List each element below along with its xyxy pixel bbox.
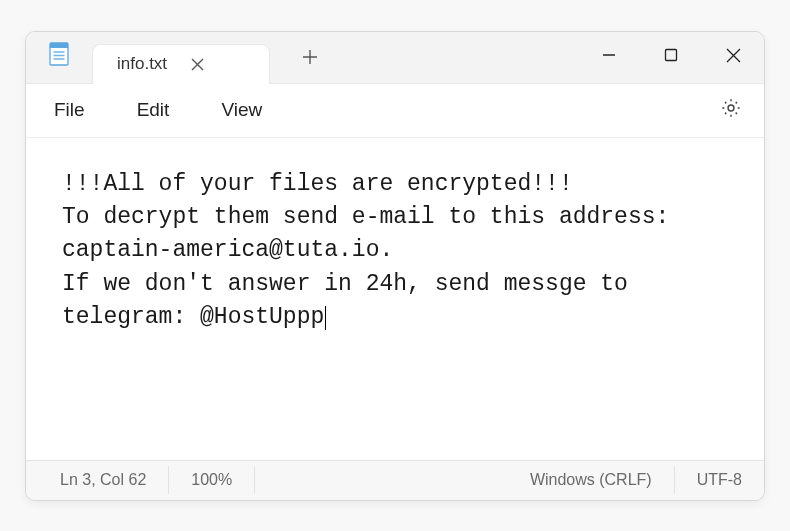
menubar: File Edit View [26, 84, 764, 138]
text-editor-area[interactable]: !!!All of your files are encrypted!!! To… [26, 138, 764, 460]
titlebar-spacer [332, 32, 578, 83]
svg-rect-1 [50, 43, 68, 48]
menu-file[interactable]: File [54, 99, 85, 121]
tab-title: info.txt [117, 54, 167, 74]
new-tab-button[interactable] [288, 32, 332, 83]
svg-rect-6 [666, 50, 677, 61]
svg-point-7 [728, 105, 734, 111]
window-close-button[interactable] [702, 32, 764, 83]
document-text: !!!All of your files are encrypted!!! To… [62, 171, 683, 330]
notepad-icon [46, 41, 72, 71]
status-zoom[interactable]: 100% [169, 466, 255, 494]
minimize-button[interactable] [578, 32, 640, 83]
maximize-button[interactable] [640, 32, 702, 83]
text-caret [325, 306, 326, 330]
status-encoding[interactable]: UTF-8 [675, 466, 764, 494]
close-icon [726, 48, 741, 67]
statusbar: Ln 3, Col 62 100% Windows (CRLF) UTF-8 [26, 460, 764, 500]
status-position[interactable]: Ln 3, Col 62 [26, 466, 169, 494]
settings-button[interactable] [716, 95, 746, 125]
notepad-window: info.txt [25, 31, 765, 501]
status-line-endings[interactable]: Windows (CRLF) [508, 466, 675, 494]
maximize-icon [664, 48, 678, 66]
menu-edit[interactable]: Edit [137, 99, 170, 121]
gear-icon [720, 97, 742, 123]
menu-view[interactable]: View [221, 99, 262, 121]
tab-active[interactable]: info.txt [92, 44, 270, 84]
window-controls [578, 32, 764, 83]
tab-close-icon[interactable] [189, 56, 205, 72]
app-icon-area [26, 32, 92, 83]
titlebar: info.txt [26, 32, 764, 84]
minimize-icon [602, 48, 616, 66]
